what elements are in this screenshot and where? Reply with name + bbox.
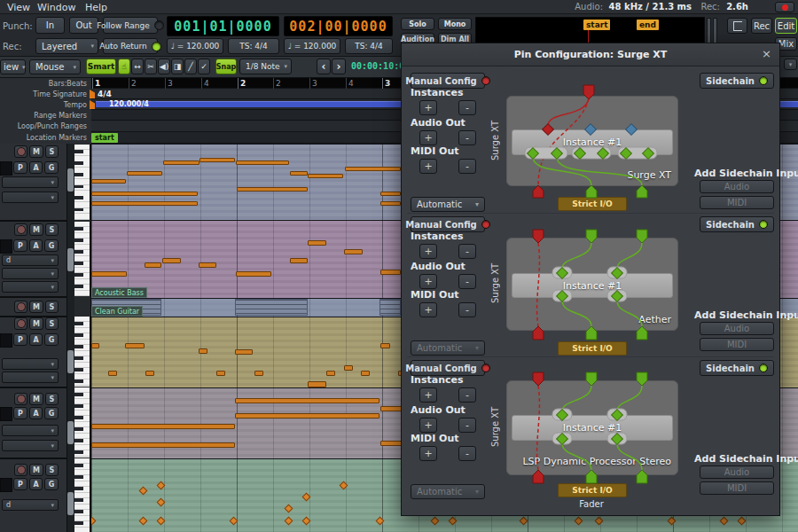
- midi-note[interactable]: [380, 406, 402, 411]
- audio-out-minus-button-2[interactable]: -: [458, 274, 476, 289]
- midi-note[interactable]: [91, 201, 198, 206]
- midi-note[interactable]: [162, 258, 181, 263]
- instances-plus-button-2[interactable]: +: [419, 244, 437, 259]
- midi-note[interactable]: [145, 262, 161, 268]
- scroomer-handle[interactable]: [67, 168, 74, 192]
- group-button[interactable]: G: [44, 407, 59, 419]
- instances-minus-button-2[interactable]: -: [458, 244, 476, 259]
- midi-note[interactable]: [236, 271, 271, 277]
- playlist-button[interactable]: P: [13, 407, 27, 419]
- sidechain-button-3[interactable]: Sidechain: [700, 360, 774, 376]
- draw-line-icon[interactable]: ╱: [184, 59, 197, 74]
- mute-button[interactable]: M: [29, 317, 43, 330]
- mute-button[interactable]: M: [29, 145, 43, 158]
- midi-note[interactable]: [236, 160, 289, 165]
- instances-plus-button-3[interactable]: +: [419, 387, 437, 403]
- ruler-label-loop-punch[interactable]: Loop/Punch Ranges: [0, 121, 91, 132]
- audio-out-minus-button-1[interactable]: -: [458, 130, 476, 145]
- midi-note[interactable]: [308, 174, 343, 178]
- ruler-label-tempo[interactable]: Tempo: [0, 99, 91, 110]
- end-marker[interactable]: end: [637, 20, 659, 30]
- solo-button[interactable]: Solo: [401, 18, 434, 30]
- audio-region[interactable]: [235, 299, 308, 316]
- rec-blink-button[interactable]: [775, 2, 794, 12]
- rec-page-button[interactable]: Rec: [751, 18, 772, 34]
- group-button[interactable]: G: [44, 333, 59, 346]
- audio-out-plus-button-3[interactable]: +: [419, 418, 437, 433]
- dialog-close-icon[interactable]: ×: [762, 47, 771, 60]
- mute-button[interactable]: M: [29, 393, 43, 405]
- ruler-label-location-markers[interactable]: Location Markers: [0, 132, 91, 144]
- track-dropdown[interactable]: [2, 176, 59, 188]
- instances-plus-button-1[interactable]: +: [419, 100, 437, 115]
- punch-out-button[interactable]: Out: [69, 17, 98, 34]
- midi-note[interactable]: [308, 240, 326, 246]
- primary-clock[interactable]: 001|01|0000: [167, 16, 279, 36]
- midi-note[interactable]: [163, 160, 200, 165]
- piano-keyboard[interactable]: [74, 317, 90, 387]
- region-name-label[interactable]: Acoustic Bass: [91, 287, 147, 298]
- mono-button[interactable]: Mono: [438, 18, 472, 30]
- group-button[interactable]: G: [44, 239, 59, 252]
- track-dropdown[interactable]: [2, 425, 59, 436]
- midi-out-minus-button-2[interactable]: -: [458, 302, 476, 317]
- midi-note[interactable]: [326, 371, 335, 376]
- selection-tool-button[interactable]: [727, 18, 747, 34]
- solo-button-track[interactable]: S: [45, 301, 59, 313]
- midi-note[interactable]: [199, 262, 216, 268]
- ruler-label-range-markers[interactable]: Range Markers: [0, 110, 91, 121]
- track-dropdown[interactable]: d: [2, 254, 59, 266]
- midi-note[interactable]: [308, 381, 326, 387]
- playlist-button[interactable]: P: [13, 333, 27, 346]
- ruler-label-bars-beats[interactable]: Bars:Beats: [0, 78, 91, 89]
- midi-note[interactable]: [145, 371, 154, 376]
- playlist-button[interactable]: P: [13, 478, 27, 490]
- midi-note[interactable]: [108, 371, 117, 376]
- piano-keyboard[interactable]: [74, 222, 90, 296]
- midi-out-minus-button-1[interactable]: -: [458, 159, 476, 174]
- start-marker[interactable]: start: [583, 20, 610, 30]
- playlist-button[interactable]: P: [13, 161, 27, 174]
- midi-note[interactable]: [345, 167, 401, 171]
- automation-button[interactable]: A: [29, 333, 43, 346]
- midi-note[interactable]: [344, 365, 353, 371]
- scroomer-handle[interactable]: [67, 350, 74, 373]
- sidechain-button-1[interactable]: Sidechain: [700, 73, 774, 89]
- mini-timeline[interactable]: start end: [475, 17, 705, 43]
- automation-button[interactable]: A: [29, 239, 43, 252]
- midi-note[interactable]: [380, 192, 401, 196]
- start-location-marker[interactable]: start: [91, 133, 118, 143]
- nudge-forward-button[interactable]: ›: [332, 59, 346, 74]
- midi-note[interactable]: [91, 192, 198, 196]
- audio-out-plus-button-2[interactable]: +: [419, 274, 437, 289]
- snap-button[interactable]: Snap: [215, 59, 237, 74]
- tempo-button-right[interactable]: ♩ = 120.000: [284, 38, 340, 54]
- audio-out-plus-button-1[interactable]: +: [419, 130, 437, 145]
- track-dropdown[interactable]: [2, 192, 59, 203]
- midi-note[interactable]: [216, 371, 225, 376]
- midi-out-plus-button-2[interactable]: +: [419, 302, 437, 317]
- automatic-dropdown-1[interactable]: Automatic: [411, 197, 485, 212]
- ruler-label-time-signature[interactable]: Time Signature: [0, 89, 91, 99]
- midi-note[interactable]: [237, 187, 308, 192]
- cut-scissors-icon[interactable]: ✂: [145, 59, 157, 74]
- record-enable-button[interactable]: [14, 145, 27, 158]
- time-signature-value[interactable]: 4/4: [98, 90, 112, 98]
- midi-note[interactable]: [91, 271, 127, 277]
- piano-keyboard[interactable]: [74, 458, 90, 532]
- track-name-field[interactable]: [0, 239, 12, 254]
- scroomer-handle[interactable]: [67, 492, 74, 515]
- tempo-value[interactable]: 120.000/4: [109, 100, 149, 108]
- sidechain-midi-button-1[interactable]: MIDI: [700, 196, 774, 209]
- track-name-field[interactable]: [0, 478, 12, 492]
- instances-minus-button-3[interactable]: -: [458, 387, 476, 403]
- draw-hand-icon[interactable]: ☝: [118, 59, 130, 74]
- midi-note[interactable]: [361, 371, 370, 376]
- mute-button[interactable]: M: [29, 301, 43, 313]
- sidechain-midi-button-2[interactable]: MIDI: [700, 338, 774, 351]
- solo-button-track[interactable]: S: [45, 223, 59, 236]
- range-icon[interactable]: ↔: [131, 59, 144, 74]
- track-dropdown[interactable]: [2, 268, 59, 279]
- region-name-label[interactable]: Clean Guitar: [91, 306, 143, 317]
- plugin-instance-bar-3[interactable]: Instance #1: [512, 415, 673, 441]
